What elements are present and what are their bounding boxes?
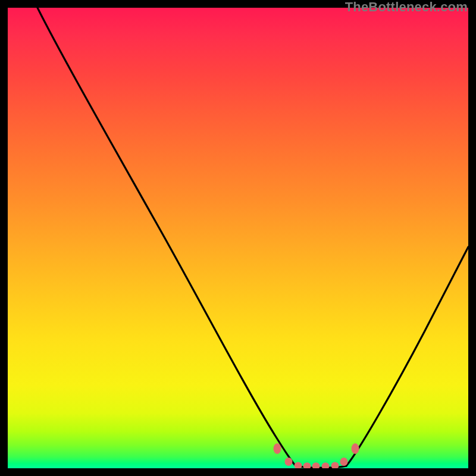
svg-point-7 — [340, 458, 348, 466]
svg-point-8 — [352, 443, 359, 454]
watermark-text: TheBottleneck.com — [345, 0, 468, 14]
left-curve — [37, 8, 296, 466]
svg-point-4 — [312, 462, 320, 468]
svg-point-3 — [303, 462, 311, 468]
svg-point-6 — [331, 462, 339, 469]
svg-point-0 — [274, 443, 281, 454]
svg-point-5 — [322, 462, 330, 468]
chart-frame: TheBottleneck.com — [0, 0, 476, 476]
svg-point-1 — [285, 458, 293, 466]
bottleneck-curve — [8, 8, 468, 468]
highlight-markers — [274, 443, 359, 468]
right-curve — [346, 247, 468, 466]
plot-area — [8, 8, 468, 468]
svg-point-2 — [295, 462, 302, 469]
